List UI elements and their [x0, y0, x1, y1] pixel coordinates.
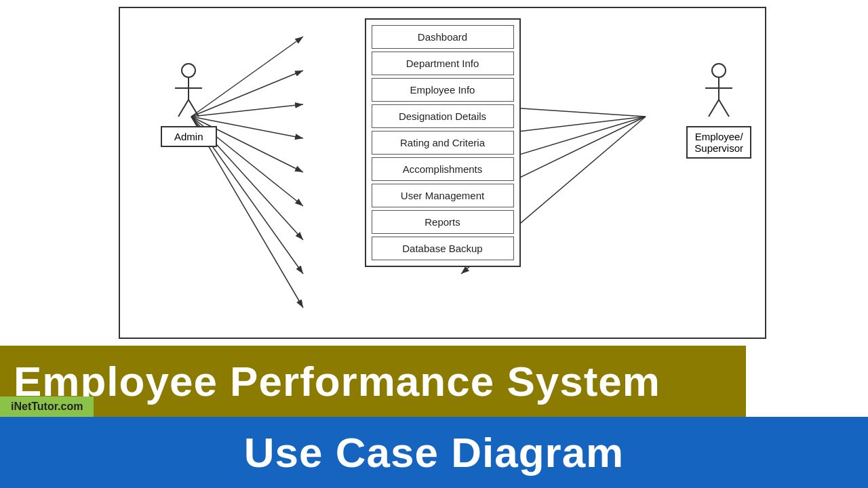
- usecase-designation-details: Designation Details: [372, 104, 514, 128]
- svg-line-18: [178, 100, 189, 117]
- diagram-area: Admin Dashboard Department Info Employee…: [0, 0, 868, 346]
- svg-point-20: [712, 64, 726, 77]
- inet-badge: iNetTutor.com: [0, 396, 94, 417]
- svg-line-24: [719, 100, 729, 117]
- usecase-employee-info: Employee Info: [372, 78, 514, 102]
- outer-box: Admin Dashboard Department Info Employee…: [119, 7, 766, 339]
- title-text: Employee Performance System: [14, 357, 660, 405]
- usecase-user-management: User Management: [372, 184, 514, 207]
- usecase-database-backup: Database Backup: [372, 237, 514, 260]
- bottom-section: Employee Performance System Use Case Dia…: [0, 346, 868, 488]
- usecase-dashboard: Dashboard: [372, 25, 514, 49]
- title-banner: Employee Performance System: [0, 346, 746, 417]
- usecase-rating-criteria: Rating and Criteria: [372, 131, 514, 155]
- svg-line-23: [709, 100, 719, 117]
- admin-actor: Admin: [161, 62, 217, 147]
- subtitle-banner: Use Case Diagram: [0, 417, 868, 488]
- employee-label: Employee/ Supervisor: [686, 126, 751, 159]
- admin-label: Admin: [161, 126, 217, 147]
- usecase-column: Dashboard Department Info Employee Info …: [365, 18, 521, 267]
- employee-stick-figure: [702, 62, 736, 123]
- subtitle-text: Use Case Diagram: [244, 428, 625, 476]
- svg-line-19: [189, 100, 199, 117]
- employee-actor: Employee/ Supervisor: [686, 62, 751, 159]
- admin-stick-figure: [172, 62, 205, 123]
- usecase-reports: Reports: [372, 210, 514, 234]
- usecase-accomplishments: Accomplishments: [372, 157, 514, 181]
- usecase-department-info: Department Info: [372, 52, 514, 75]
- svg-point-15: [182, 64, 195, 77]
